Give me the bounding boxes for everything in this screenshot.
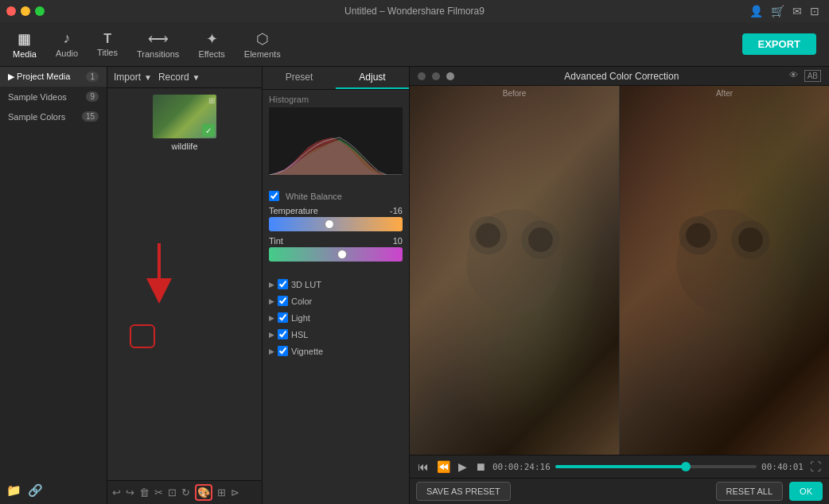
titles-icon: T xyxy=(103,32,111,46)
folder-link-icon[interactable]: 🔗 xyxy=(28,483,43,498)
preview-header-left xyxy=(418,72,454,80)
sample-colors-count: 15 xyxy=(82,111,99,122)
media-thumb-image: ⊞ ✓ xyxy=(153,95,216,138)
speed-icon[interactable]: ⊳ xyxy=(231,487,239,498)
close-button[interactable] xyxy=(6,6,16,16)
cut-icon[interactable]: ✂ xyxy=(154,487,163,498)
media-thumb-wildlife[interactable]: ⊞ ✓ wildlife xyxy=(153,95,216,151)
sidebar-item-sample-videos[interactable]: Sample Videos 9 xyxy=(0,87,107,107)
toolbar-effects[interactable]: ✦ Effects xyxy=(198,30,224,59)
tint-slider[interactable] xyxy=(269,247,403,262)
main-toolbar: ▦ Media ♪ Audio T Titles ⟷ Transitions ✦… xyxy=(0,22,829,67)
tint-label: Tint xyxy=(269,236,283,246)
progress-bar[interactable] xyxy=(555,465,757,468)
tint-thumb[interactable] xyxy=(337,250,347,259)
project-media-count: 1 xyxy=(86,72,99,82)
fullscreen-button[interactable]: ⛶ xyxy=(808,459,823,475)
preview-dot-2 xyxy=(432,72,440,80)
hsl-row[interactable]: ▶ HSL xyxy=(269,326,403,343)
play-button[interactable]: ▶ xyxy=(457,459,469,475)
import-label: Import xyxy=(114,72,141,83)
folder-add-icon[interactable]: 📁 xyxy=(6,483,21,498)
toolbar-audio[interactable]: ♪ Audio xyxy=(56,30,78,58)
hsl-checkbox[interactable] xyxy=(278,329,288,339)
media-panel: Import ▼ Record ▼ ⊞ ✓ wildlife xyxy=(107,67,263,504)
light-row[interactable]: ▶ Light xyxy=(269,309,403,326)
color-row-expand[interactable]: ▶ Color xyxy=(269,293,403,309)
white-balance-checkbox-label[interactable]: White Balance xyxy=(269,191,342,201)
toolbar-titles-label: Titles xyxy=(97,48,118,57)
svg-point-6 xyxy=(528,227,553,252)
color-checkbox[interactable] xyxy=(278,296,288,306)
svg-point-10 xyxy=(686,223,710,248)
color-wheel-icon[interactable]: 🎨 xyxy=(197,487,210,498)
minimize-button[interactable] xyxy=(21,6,30,16)
window-controls[interactable] xyxy=(6,6,45,16)
preset-tab[interactable]: Preset xyxy=(263,67,336,89)
sample-videos-label: Sample Videos xyxy=(8,92,67,102)
main-area: ▶ Project Media 1 Sample Videos 9 Sample… xyxy=(0,67,829,504)
temperature-label: Temperature xyxy=(269,206,318,215)
toolbar-effects-label: Effects xyxy=(198,49,224,59)
ok-button[interactable]: OK xyxy=(789,482,823,501)
wifi-icon: ⊡ xyxy=(810,5,819,17)
media-thumb-label: wildlife xyxy=(153,142,216,151)
audio-icon: ♪ xyxy=(64,30,71,47)
progress-thumb[interactable] xyxy=(681,462,691,471)
media-icon: ▦ xyxy=(18,30,31,48)
toolbar-transitions-label: Transitions xyxy=(137,49,179,59)
sidebar-item-sample-colors[interactable]: Sample Colors 15 xyxy=(0,107,107,126)
preview-dot-3 xyxy=(446,72,454,80)
adjust-tab[interactable]: Adjust xyxy=(336,67,409,89)
window-title: Untitled – Wondershare Filmora9 xyxy=(344,6,485,17)
maximize-button[interactable] xyxy=(35,6,45,16)
toolbar-elements[interactable]: ⬡ Elements xyxy=(244,30,281,59)
toolbar-titles[interactable]: T Titles xyxy=(97,32,118,57)
light-label: Light xyxy=(291,313,310,323)
toolbar-transitions[interactable]: ⟷ Transitions xyxy=(137,30,179,59)
record-button[interactable]: Record ▼ xyxy=(158,72,200,83)
after-label: After xyxy=(716,89,733,98)
step-back-button[interactable]: ⏪ xyxy=(435,459,452,475)
svg-point-5 xyxy=(476,223,500,248)
vignette-row[interactable]: ▶ Vignette xyxy=(269,343,403,359)
eye-icon[interactable]: 👁 xyxy=(789,70,798,82)
toolbar-elements-label: Elements xyxy=(244,49,281,59)
preview-header-icons: 👁 AB xyxy=(789,70,821,82)
temperature-thumb[interactable] xyxy=(325,219,334,229)
save-preset-button[interactable]: SAVE AS PRESET xyxy=(416,482,511,501)
highlight-box xyxy=(130,324,155,348)
delete-icon[interactable]: 🗑 xyxy=(139,487,150,498)
sidebar-item-project-media[interactable]: ▶ Project Media 1 xyxy=(0,67,107,87)
expand-sections: ▶ 3D LUT ▶ Color ▶ Light ▶ HSL ▶ xyxy=(263,271,409,364)
export-button[interactable]: EXPORT xyxy=(742,33,816,55)
audio-trim-icon[interactable]: ⊞ xyxy=(217,487,226,498)
light-expand-icon: ▶ xyxy=(269,314,274,322)
stop-button[interactable]: ⏹ xyxy=(473,459,488,475)
ab-icon[interactable]: AB xyxy=(804,70,821,82)
hsl-expand-icon: ▶ xyxy=(269,331,274,339)
undo-icon[interactable]: ↩ xyxy=(112,487,121,498)
3d-lut-checkbox[interactable] xyxy=(278,279,288,289)
reset-all-button[interactable]: RESET ALL xyxy=(716,482,784,501)
white-balance-checkbox[interactable] xyxy=(269,191,279,201)
sample-videos-count: 9 xyxy=(86,91,99,102)
after-image xyxy=(620,86,829,455)
thumbnail-overlay-icon: ⊞ xyxy=(208,96,215,105)
light-checkbox[interactable] xyxy=(278,312,288,323)
temperature-slider-row: Temperature -16 xyxy=(269,206,403,231)
preview-controls: ⏮ ⏪ ▶ ⏹ 00:00:24:16 00:40:01 ⛶ xyxy=(410,455,829,478)
vignette-checkbox[interactable] xyxy=(278,346,288,356)
crop-icon[interactable]: ⊡ xyxy=(168,487,177,498)
skip-back-button[interactable]: ⏮ xyxy=(416,459,430,475)
preview-title: Advanced Color Correction xyxy=(564,71,679,82)
vignette-expand-icon: ▶ xyxy=(269,347,274,355)
import-button[interactable]: Import ▼ xyxy=(114,72,152,83)
toolbar-media[interactable]: ▦ Media xyxy=(13,30,37,59)
redo-icon[interactable]: ↪ xyxy=(126,487,134,498)
temperature-slider[interactable] xyxy=(269,217,403,231)
rotate-icon[interactable]: ↻ xyxy=(181,487,190,498)
3d-lut-row[interactable]: ▶ 3D LUT xyxy=(269,276,403,293)
record-label: Record xyxy=(158,72,189,83)
color-label: Color xyxy=(291,297,312,306)
